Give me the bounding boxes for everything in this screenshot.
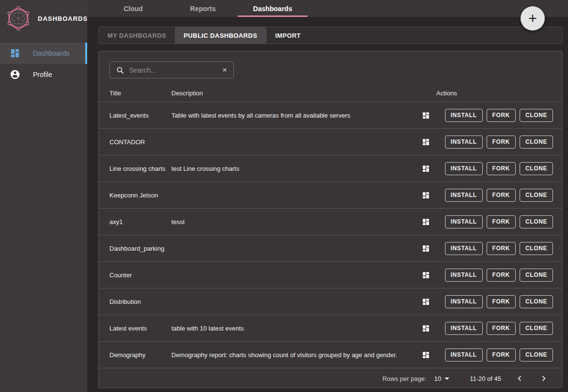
row-title: Line crossing charts bbox=[99, 165, 171, 172]
row-description: Demography report: charts showing count … bbox=[171, 351, 422, 359]
tab-label: Reports bbox=[190, 5, 216, 13]
pagination-range: 11-20 of 45 bbox=[470, 375, 501, 382]
tab-cloud[interactable]: Cloud bbox=[98, 0, 168, 17]
column-title: Title bbox=[99, 90, 171, 97]
tab-label: Dashboards bbox=[253, 5, 292, 13]
previous-page-button[interactable] bbox=[514, 373, 525, 384]
table-row: Counter INSTALL FORK CLONE bbox=[99, 262, 562, 288]
fork-button[interactable]: FORK bbox=[487, 295, 516, 308]
tab-public-dashboards[interactable]: PUBLIC DASHBOARDS bbox=[175, 27, 266, 44]
row-title: Demography bbox=[99, 351, 171, 359]
main-content: MY DASHBOARDS PUBLIC DASHBOARDS IMPORT ×… bbox=[87, 17, 568, 392]
search-icon bbox=[116, 66, 124, 75]
install-button[interactable]: INSTALL bbox=[445, 189, 483, 202]
dashboard-icon bbox=[10, 48, 20, 59]
table-row: Keepconn Jetson INSTALL FORK CLONE bbox=[99, 182, 562, 209]
table-row: Dashboard_parking INSTALL FORK CLONE bbox=[99, 235, 562, 262]
clone-button[interactable]: CLONE bbox=[520, 215, 553, 228]
dashboard-icon bbox=[422, 244, 430, 253]
install-button[interactable]: INSTALL bbox=[445, 322, 483, 335]
clone-button[interactable]: CLONE bbox=[520, 295, 553, 308]
install-button[interactable]: INSTALL bbox=[445, 295, 483, 308]
dashboard-icon bbox=[422, 351, 430, 359]
pagination-bar: Rows per page: 10 11-20 of 45 bbox=[99, 368, 562, 388]
sidebar-item-profile[interactable]: Profile bbox=[0, 64, 87, 85]
dashboard-icon bbox=[422, 324, 430, 332]
account-icon bbox=[10, 69, 20, 80]
chevron-left-icon bbox=[514, 373, 525, 384]
fork-button[interactable]: FORK bbox=[487, 348, 516, 362]
row-title: Latest_events bbox=[99, 112, 171, 119]
sidebar-item-dashboards[interactable]: Dashboards bbox=[0, 43, 87, 64]
fork-button[interactable]: FORK bbox=[487, 242, 516, 255]
search-input[interactable] bbox=[129, 66, 221, 74]
clone-button[interactable]: CLONE bbox=[520, 189, 553, 202]
clear-search-icon[interactable]: × bbox=[221, 66, 229, 74]
install-button[interactable]: INSTALL bbox=[445, 242, 483, 255]
clone-button[interactable]: CLONE bbox=[520, 322, 553, 335]
table-row: axy1 tesst INSTALL FORK CLONE bbox=[99, 209, 562, 235]
rows-per-page-value: 10 bbox=[434, 375, 441, 382]
tab-dashboards[interactable]: Dashboards bbox=[238, 0, 307, 17]
fork-button[interactable]: FORK bbox=[487, 189, 516, 202]
tab-import[interactable]: IMPORT bbox=[266, 27, 309, 44]
fork-button[interactable]: FORK bbox=[487, 162, 516, 175]
sidebar-item-label: Dashboards bbox=[33, 49, 70, 57]
row-actions: INSTALL FORK CLONE bbox=[422, 189, 562, 202]
row-title: Latest events bbox=[99, 325, 171, 332]
search-box: × bbox=[109, 61, 234, 78]
rows-per-page-select[interactable]: 10 bbox=[434, 375, 449, 382]
dashboard-filter-tabs: MY DASHBOARDS PUBLIC DASHBOARDS IMPORT bbox=[98, 27, 563, 44]
tab-my-dashboards[interactable]: MY DASHBOARDS bbox=[99, 27, 175, 44]
clone-button[interactable]: CLONE bbox=[520, 348, 553, 362]
table-row: Latest_events Table with latest events b… bbox=[99, 102, 562, 129]
install-button[interactable]: INSTALL bbox=[445, 136, 483, 149]
subtab-label: MY DASHBOARDS bbox=[107, 32, 166, 39]
install-button[interactable]: INSTALL bbox=[445, 269, 483, 282]
row-actions: INSTALL FORK CLONE bbox=[422, 295, 562, 308]
row-description: table with 10 latest events bbox=[171, 325, 422, 332]
dropdown-caret-icon bbox=[445, 377, 449, 380]
row-title: axy1 bbox=[99, 218, 171, 226]
table-header: Title Description Actions bbox=[99, 84, 562, 102]
row-title: CONTADOR bbox=[99, 138, 171, 146]
dashboard-icon bbox=[422, 138, 430, 146]
dashboard-icon bbox=[422, 165, 430, 173]
clone-button[interactable]: CLONE bbox=[520, 109, 553, 122]
row-actions: INSTALL FORK CLONE bbox=[422, 269, 562, 282]
tab-reports[interactable]: Reports bbox=[168, 0, 238, 17]
clone-button[interactable]: CLONE bbox=[520, 162, 553, 175]
row-actions: INSTALL FORK CLONE bbox=[422, 162, 562, 175]
plus-icon: + bbox=[528, 11, 537, 26]
add-dashboard-button[interactable]: + bbox=[521, 6, 545, 30]
install-button[interactable]: INSTALL bbox=[445, 215, 483, 228]
clone-button[interactable]: CLONE bbox=[520, 242, 553, 255]
fork-button[interactable]: FORK bbox=[487, 269, 516, 282]
install-button[interactable]: INSTALL bbox=[445, 348, 483, 362]
clone-button[interactable]: CLONE bbox=[520, 136, 553, 149]
app-title: DASHBOARDS bbox=[38, 15, 88, 22]
next-page-button[interactable] bbox=[538, 373, 550, 384]
rows-per-page-label: Rows per page: bbox=[383, 375, 427, 382]
tab-label: Cloud bbox=[123, 5, 143, 13]
fork-button[interactable]: FORK bbox=[487, 322, 516, 335]
sidebar-item-label: Profile bbox=[33, 71, 52, 78]
row-actions: INSTALL FORK CLONE bbox=[422, 109, 562, 122]
clone-button[interactable]: CLONE bbox=[520, 269, 553, 282]
row-actions: INSTALL FORK CLONE bbox=[422, 322, 562, 335]
dashboard-icon bbox=[422, 218, 430, 226]
install-button[interactable]: INSTALL bbox=[445, 162, 483, 175]
table-body: Latest_events Table with latest events b… bbox=[99, 102, 562, 368]
row-description: Table with latest events by all cameras … bbox=[171, 112, 422, 119]
fork-button[interactable]: FORK bbox=[487, 109, 516, 122]
table-row: Latest events table with 10 latest event… bbox=[99, 315, 562, 342]
row-actions: INSTALL FORK CLONE bbox=[422, 215, 562, 228]
dashboards-table-card: × Title Description Actions Latest_event… bbox=[98, 51, 563, 388]
install-button[interactable]: INSTALL bbox=[445, 109, 483, 122]
fork-button[interactable]: FORK bbox=[487, 215, 516, 228]
fork-button[interactable]: FORK bbox=[487, 136, 516, 149]
row-description: tesst bbox=[171, 218, 422, 226]
column-actions: Actions bbox=[436, 90, 562, 97]
row-title: Dashboard_parking bbox=[99, 245, 171, 252]
row-actions: INSTALL FORK CLONE bbox=[422, 348, 562, 362]
